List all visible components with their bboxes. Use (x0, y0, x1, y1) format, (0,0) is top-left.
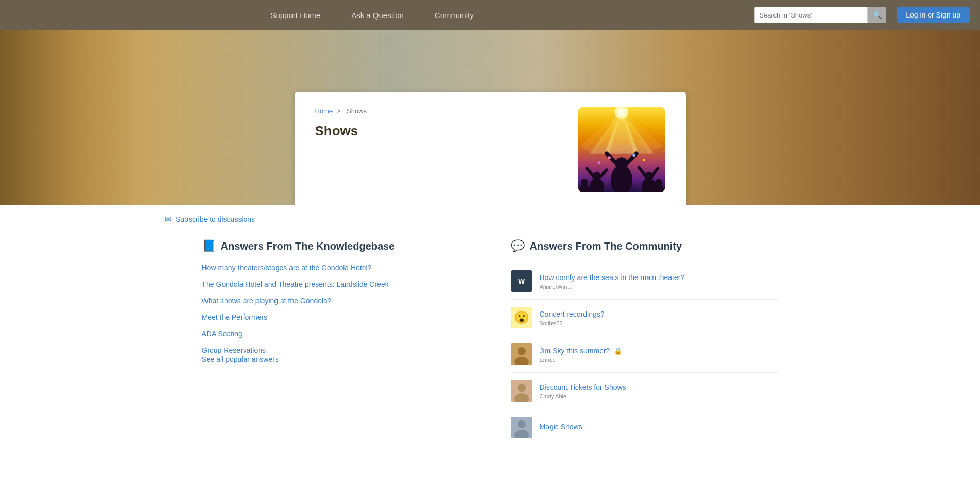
login-signup-button[interactable]: Log in or Sign up (897, 7, 970, 23)
avatar (511, 343, 532, 365)
search-bar: 🔍 (754, 7, 886, 23)
community-username-3: Enrico (540, 357, 779, 363)
community-question-link-3[interactable]: Jim Sky this summer? 🔒 (540, 346, 623, 355)
envelope-icon: ✉ (165, 214, 171, 224)
svg-point-6 (617, 108, 625, 116)
avatar (511, 380, 532, 402)
see-all-link[interactable]: See all popular answers (202, 355, 279, 363)
breadcrumb-home[interactable]: Home (315, 107, 333, 115)
list-item: Meet the Performers (202, 313, 470, 322)
crowd-silhouette-svg (578, 133, 665, 193)
community-question-link-5[interactable]: Magic Shows (540, 423, 582, 431)
community-username-2: Smiles52 (540, 320, 779, 326)
kb-list: How many theaters/stages are at the Gond… (202, 263, 470, 355)
list-item: Magic Shows (511, 409, 779, 445)
list-item: Jim Sky this summer? 🔒 Enrico (511, 336, 779, 373)
list-item: Group Reservations (202, 345, 470, 355)
community-item-content: Magic Shows (540, 422, 779, 433)
hero-card-content: Home > Shows Shows (315, 107, 557, 139)
kb-link-3[interactable]: What shows are playing at the Gondola? (202, 297, 332, 305)
community-list: W How comfy are the seats in the main th… (511, 263, 779, 445)
community-username-1: WinnerWin... (540, 284, 779, 290)
hero-section: Home > Shows Shows (0, 30, 980, 205)
list-item: How many theaters/stages are at the Gond… (202, 263, 470, 272)
avatar-silhouette-svg (511, 343, 532, 365)
svg-point-31 (518, 384, 526, 392)
community-section: 💬 Answers From The Community W How comfy… (511, 239, 779, 445)
svg-point-34 (518, 420, 526, 428)
svg-point-24 (632, 153, 635, 157)
community-title-text: Answers From The Community (530, 240, 682, 252)
community-question-link-4[interactable]: Discount Tickets for Shows (540, 383, 626, 391)
svg-point-20 (581, 179, 588, 185)
kb-link-1[interactable]: How many theaters/stages are at the Gond… (202, 264, 372, 272)
avatar: 😮 (511, 307, 532, 328)
avatar-silhouette-cindy-svg (511, 380, 532, 402)
svg-point-26 (642, 159, 645, 161)
svg-point-23 (608, 156, 611, 159)
community-item-content: How comfy are the seats in the main thea… (540, 273, 779, 290)
community-question-link-1[interactable]: How comfy are the seats in the main thea… (540, 273, 685, 282)
book-icon: 📘 (202, 239, 216, 253)
list-item: What shows are playing at the Gondola? (202, 296, 470, 305)
community-question-link-2[interactable]: Concert recordings? (540, 310, 605, 318)
community-section-title: 💬 Answers From The Community (511, 239, 779, 253)
svg-point-22 (655, 179, 662, 185)
hero-card: Home > Shows Shows (295, 92, 686, 205)
hero-image (578, 107, 665, 192)
avatar: W (511, 270, 532, 292)
list-item: W How comfy are the seats in the main th… (511, 263, 779, 300)
breadcrumb-separator: > (337, 107, 341, 115)
kb-link-4[interactable]: Meet the Performers (202, 313, 268, 321)
knowledgebase-section: 📘 Answers From The Knowledgebase How man… (202, 239, 470, 445)
svg-point-28 (518, 347, 526, 355)
list-item: ADA Seating (202, 329, 470, 338)
avatar-emoji: 😮 (514, 310, 529, 325)
breadcrumb-current: Shows (347, 107, 367, 115)
community-question-text-3: Jim Sky this summer? (540, 346, 610, 355)
search-input[interactable] (754, 7, 868, 23)
avatar-initial: W (518, 277, 525, 285)
kb-title-text: Answers From The Knowledgebase (221, 240, 395, 252)
nav-community[interactable]: Community (435, 11, 474, 20)
speech-bubble-icon: 💬 (511, 239, 525, 253)
list-item: 😮 Concert recordings? Smiles52 (511, 300, 779, 336)
nav-ask-question[interactable]: Ask a Question (351, 11, 404, 20)
breadcrumb: Home > Shows (315, 107, 557, 115)
community-item-content: Jim Sky this summer? 🔒 Enrico (540, 346, 779, 363)
list-item: The Gondola Hotel and Theatre presents: … (202, 280, 470, 289)
lock-icon: 🔒 (614, 347, 622, 355)
nav-links: Support Home Ask a Question Community (0, 11, 744, 20)
content-area: 📘 Answers From The Knowledgebase How man… (181, 229, 799, 476)
avatar-silhouette-last-svg (511, 417, 532, 438)
kb-section-title: 📘 Answers From The Knowledgebase (202, 239, 470, 253)
community-item-content: Discount Tickets for Shows Cindy Able (540, 383, 779, 400)
kb-link-6[interactable]: Group Reservations (202, 346, 266, 354)
crowd-image (578, 107, 665, 192)
community-item-content: Concert recordings? Smiles52 (540, 309, 779, 326)
search-icon: 🔍 (872, 10, 882, 20)
subscribe-row[interactable]: ✉ Subscribe to discussions (0, 205, 980, 229)
community-username-4: Cindy Able (540, 393, 779, 400)
avatar (511, 417, 532, 438)
subscribe-link[interactable]: Subscribe to discussions (176, 215, 255, 223)
search-button[interactable]: 🔍 (868, 7, 886, 23)
list-item: Discount Tickets for Shows Cindy Able (511, 373, 779, 409)
page-title: Shows (315, 123, 557, 139)
svg-point-25 (598, 161, 600, 164)
kb-link-5[interactable]: ADA Seating (202, 329, 243, 338)
kb-link-2[interactable]: The Gondola Hotel and Theatre presents: … (202, 280, 389, 288)
nav-support-home[interactable]: Support Home (270, 11, 320, 20)
top-navigation: Support Home Ask a Question Community 🔍 … (0, 0, 980, 30)
